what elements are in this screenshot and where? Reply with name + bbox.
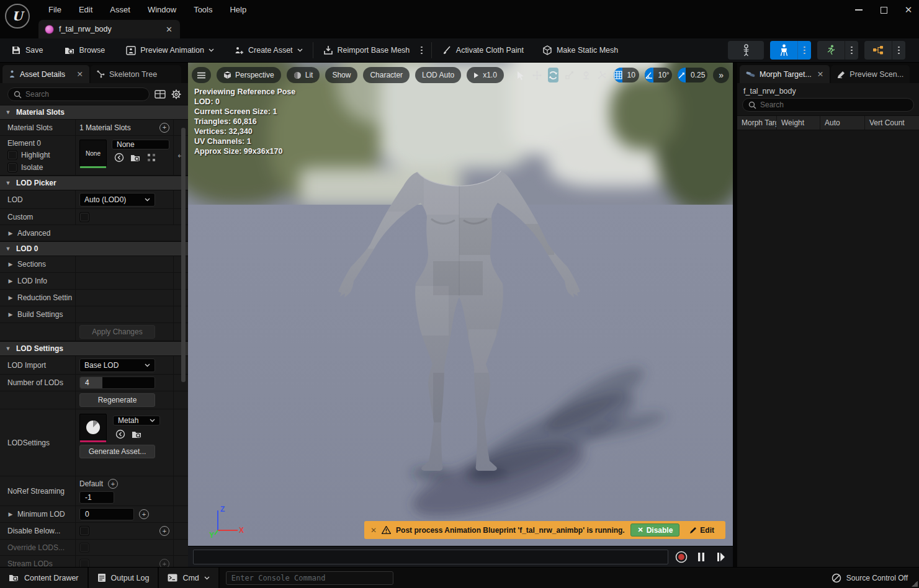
section-lod-picker[interactable]: ▼ LOD Picker — [0, 176, 188, 190]
minimize-icon[interactable] — [854, 6, 863, 14]
tab-skeleton-tree[interactable]: Skeleton Tree — [91, 65, 181, 83]
morph-table-body[interactable] — [737, 130, 919, 588]
material-thumbnail[interactable]: None — [79, 140, 107, 167]
edit-button[interactable]: Edit — [684, 523, 719, 537]
column-weight[interactable]: Weight — [777, 116, 820, 130]
3d-viewport[interactable]: Perspective Lit Show Character LOD Auto … — [188, 63, 733, 546]
section-material-slots[interactable]: ▼ Material Slots — [0, 105, 188, 120]
row-sections[interactable]: ▶Sections — [0, 256, 188, 273]
browse-to-asset-icon[interactable] — [130, 153, 141, 163]
camera-speed-more-button[interactable]: » — [713, 67, 729, 83]
add-material-slot-icon[interactable]: + — [159, 123, 169, 133]
scale-tool[interactable] — [564, 68, 575, 82]
select-tool[interactable] — [515, 68, 526, 82]
asset-details-search-input[interactable] — [25, 90, 143, 99]
morph-search[interactable] — [742, 98, 914, 112]
minimum-lod-field[interactable]: 0 — [79, 508, 134, 520]
pick-asset-icon[interactable] — [147, 153, 156, 162]
preview-animation-button[interactable]: Preview Animation — [120, 38, 220, 63]
isolate-checkbox[interactable] — [7, 163, 17, 172]
tab-close-icon[interactable]: ✕ — [77, 69, 83, 79]
show-dropdown[interactable]: Show — [325, 67, 357, 83]
close-icon[interactable]: ✕ — [904, 6, 913, 14]
tab-morph-target-previewer[interactable]: Morph Target... ✕ — [740, 65, 830, 83]
menu-file[interactable]: File — [40, 0, 70, 20]
menu-asset[interactable]: Asset — [101, 0, 139, 20]
noref-value-field[interactable]: -1 — [79, 491, 114, 504]
column-auto[interactable]: Auto — [820, 116, 865, 130]
asset-tab[interactable]: f_tal_nrw_body ✕ — [38, 20, 180, 38]
character-dropdown[interactable]: Character — [363, 67, 410, 83]
use-selected-asset-icon[interactable] — [114, 153, 124, 163]
move-tool[interactable] — [531, 68, 542, 82]
apply-changes-button[interactable]: Apply Changes — [79, 325, 155, 339]
warning-dismiss-icon[interactable]: ✕ — [370, 526, 377, 535]
disable-below-reset-icon[interactable]: + — [159, 526, 169, 536]
lod-auto-dropdown[interactable]: LOD Auto — [415, 67, 461, 83]
viewport-options-menu[interactable] — [192, 67, 211, 83]
row-build-settings[interactable]: ▶Build Settings — [0, 306, 188, 323]
tab-preview-scene-settings[interactable]: Preview Scen... — [831, 65, 910, 83]
noref-add-icon[interactable]: + — [108, 479, 118, 489]
lodsettings-dropdown[interactable]: Metah — [113, 416, 160, 425]
highlight-checkbox[interactable] — [7, 150, 17, 160]
animation-mode-button[interactable] — [817, 41, 845, 60]
blueprint-mode-menu[interactable] — [892, 41, 905, 60]
lodsettings-thumbnail[interactable] — [79, 414, 107, 441]
tab-close-icon[interactable]: ✕ — [164, 25, 174, 34]
use-selected-asset-icon[interactable] — [115, 429, 125, 439]
maximize-icon[interactable] — [879, 6, 888, 14]
browse-button[interactable]: Browse — [58, 38, 112, 63]
row-lod-info[interactable]: ▶LOD Info — [0, 273, 188, 290]
record-button[interactable] — [675, 550, 688, 564]
morph-search-input[interactable] — [760, 100, 908, 109]
browse-to-asset-icon[interactable] — [132, 430, 142, 439]
regenerate-button[interactable]: Regenerate — [79, 393, 155, 407]
lit-dropdown[interactable]: Lit — [287, 67, 320, 83]
tab-close-icon[interactable]: ✕ — [817, 69, 823, 79]
reimport-base-mesh-button[interactable]: Reimport Base Mesh — [317, 38, 416, 63]
panel-divider[interactable] — [733, 63, 737, 588]
disable-button[interactable]: ✕ Disable — [630, 523, 679, 537]
playback-speed-button[interactable]: x1.0 — [467, 67, 504, 83]
source-control-button[interactable]: Source Control Off — [832, 573, 919, 583]
console-command-input[interactable] — [231, 574, 388, 582]
menu-window[interactable]: Window — [139, 0, 185, 20]
coordinate-system-toggle[interactable] — [581, 68, 591, 82]
skeletal-mesh-mode-button[interactable] — [770, 41, 797, 60]
row-advanced[interactable]: ▶Advanced — [0, 225, 188, 241]
lod-import-dropdown[interactable]: Base LOD — [79, 359, 155, 372]
asset-details-search[interactable] — [7, 87, 150, 101]
rotation-snap-control[interactable]: 10° — [645, 68, 672, 82]
left-panel-scrollbar[interactable] — [181, 128, 186, 382]
cmd-selector[interactable]: Cmd — [159, 568, 219, 588]
timeline-track[interactable] — [193, 550, 668, 564]
column-morph-target[interactable]: Morph Targ — [737, 116, 777, 130]
output-log-button[interactable]: Output Log — [89, 568, 159, 588]
row-reduction-settings[interactable]: ▶Reduction Settin — [0, 290, 188, 306]
console-command-field[interactable] — [226, 571, 393, 585]
rotate-tool[interactable] — [548, 68, 558, 82]
generate-asset-button[interactable]: Generate Asset... — [79, 445, 155, 458]
menu-edit[interactable]: Edit — [70, 0, 101, 20]
grid-snap-control[interactable]: 10 — [614, 68, 639, 82]
step-forward-button[interactable] — [714, 550, 728, 564]
column-vert-count[interactable]: Vert Count — [865, 116, 919, 130]
content-drawer-button[interactable]: Content Drawer — [0, 568, 89, 588]
animation-mode-menu[interactable] — [845, 41, 858, 60]
make-static-mesh-button[interactable]: Make Static Mesh — [536, 38, 624, 63]
scale-snap-control[interactable]: 0.25 — [678, 68, 707, 82]
save-button[interactable]: Save — [5, 38, 50, 63]
section-lod0[interactable]: ▼ LOD 0 — [0, 241, 188, 256]
settings-gear-icon[interactable] — [171, 89, 182, 100]
number-of-lods-field[interactable]: 4 — [79, 376, 155, 389]
tab-asset-details[interactable]: Asset Details ✕ — [2, 65, 89, 83]
menu-tools[interactable]: Tools — [185, 0, 221, 20]
display-filter-icon[interactable] — [155, 89, 166, 100]
lod-dropdown[interactable]: Auto (LOD0) — [79, 193, 155, 207]
perspective-dropdown[interactable]: Perspective — [217, 67, 281, 83]
pause-button[interactable] — [694, 550, 708, 564]
blueprint-mode-button[interactable] — [864, 41, 892, 60]
custom-checkbox[interactable] — [79, 212, 89, 222]
create-asset-button[interactable]: Create Asset — [228, 38, 309, 63]
